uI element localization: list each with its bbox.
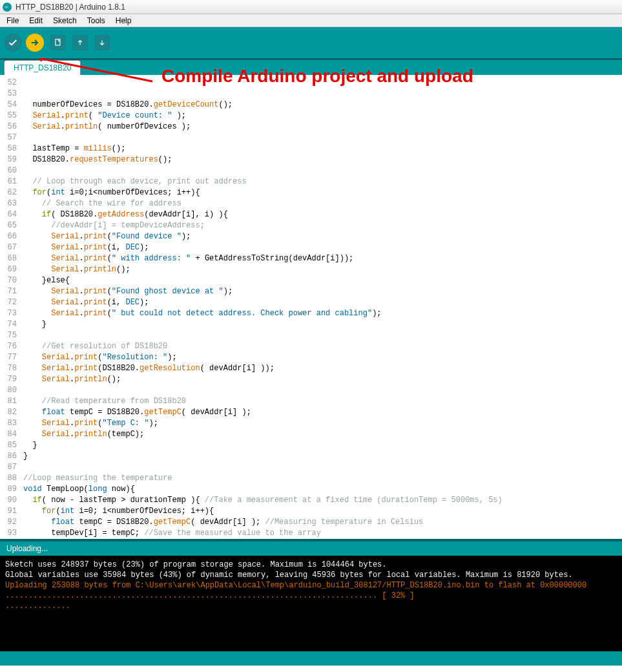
code-editor[interactable]: 52 53 54 55 56 57 58 59 60 61 62 63 64 6… bbox=[0, 75, 622, 539]
output-console[interactable]: Sketch uses 248937 bytes (23%) of progra… bbox=[0, 556, 622, 651]
menu-help[interactable]: Help bbox=[112, 15, 136, 26]
console-line: Global variables use 35984 bytes (43%) o… bbox=[5, 571, 573, 580]
menu-edit[interactable]: Edit bbox=[25, 15, 47, 26]
save-sketch-button[interactable] bbox=[94, 35, 110, 50]
status-bar: Uploading... bbox=[0, 541, 622, 556]
window-titlebar: HTTP_DS18B20 | Arduino 1.8.1 bbox=[0, 0, 622, 14]
console-line: Uploading 253088 bytes from C:\Users\are… bbox=[5, 581, 586, 590]
console-line: ........................................… bbox=[5, 591, 415, 600]
tab-bar: HTTP_DS18B20 bbox=[0, 58, 622, 75]
menu-tools[interactable]: Tools bbox=[83, 15, 109, 26]
line-gutter: 52 53 54 55 56 57 58 59 60 61 62 63 64 6… bbox=[0, 75, 21, 539]
tab-sketch[interactable]: HTTP_DS18B20 bbox=[4, 60, 81, 75]
menu-sketch[interactable]: Sketch bbox=[49, 15, 81, 26]
window-title: HTTP_DS18B20 | Arduino 1.8.1 bbox=[16, 3, 125, 12]
footer-bar bbox=[0, 651, 622, 666]
verify-button[interactable] bbox=[4, 34, 22, 52]
code-area[interactable]: numberOfDevices = DS18B20.getDeviceCount… bbox=[21, 75, 622, 539]
status-text: Uploading... bbox=[6, 544, 48, 553]
svg-rect-0 bbox=[56, 39, 60, 45]
open-sketch-button[interactable] bbox=[72, 35, 88, 50]
menubar: File Edit Sketch Tools Help bbox=[0, 14, 622, 27]
arduino-logo-icon bbox=[3, 3, 12, 12]
new-sketch-button[interactable] bbox=[50, 35, 66, 50]
menu-file[interactable]: File bbox=[3, 15, 23, 26]
console-line: .............. bbox=[5, 602, 70, 611]
console-line: Sketch uses 248937 bytes (23%) of progra… bbox=[5, 560, 387, 569]
toolbar bbox=[0, 27, 622, 58]
upload-button[interactable] bbox=[26, 34, 44, 52]
